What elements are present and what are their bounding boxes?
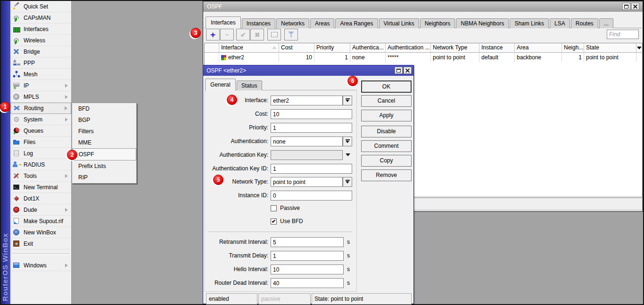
sidebar-item-ppp[interactable]: PPP xyxy=(10,57,71,69)
sidebar-item-routing[interactable]: Routing xyxy=(10,103,71,114)
tab-areas[interactable]: Areas xyxy=(310,18,334,28)
submenu-item-mme[interactable]: MME xyxy=(72,137,136,148)
column-header-priority[interactable]: Priority xyxy=(314,43,350,53)
disable-button[interactable]: ✖ xyxy=(250,29,264,40)
authentication-key-expand-arrow-icon[interactable] xyxy=(346,153,350,156)
retransmit-interval-field[interactable] xyxy=(271,237,344,247)
tab-nbma-neighbors[interactable]: NBMA Neighbors xyxy=(456,18,509,28)
sidebar-item-make-supout[interactable]: Make Supout.rif xyxy=(10,216,71,227)
tab-virtual-links[interactable]: Virtual Links xyxy=(379,18,419,28)
sidebar-item-dude[interactable]: Dude xyxy=(10,204,71,216)
interface-dropdown-button[interactable] xyxy=(343,96,352,105)
tab-networks[interactable]: Networks xyxy=(276,18,309,28)
column-chooser-button[interactable] xyxy=(636,43,642,53)
submenu-item-bgp[interactable]: BGP xyxy=(72,114,136,126)
sidebar-item-wireless[interactable]: Wireless xyxy=(10,35,71,46)
column-header-cost[interactable]: Cost xyxy=(279,43,314,53)
column-header-icon[interactable] xyxy=(205,43,219,53)
sidebar-item-quick-set[interactable]: Quick Set xyxy=(10,1,71,12)
cancel-button[interactable]: Cancel xyxy=(361,95,412,107)
ospf-window-titlebar[interactable]: OSPF xyxy=(203,1,643,12)
dialog-close-button[interactable] xyxy=(404,67,412,74)
sidebar-item-new-terminal[interactable]: New Terminal xyxy=(10,182,71,193)
dialog-maximize-button[interactable] xyxy=(395,67,403,74)
submenu-item-prefix-lists[interactable]: Prefix Lists xyxy=(72,161,136,172)
sidebar-item-new-winbox[interactable]: New WinBox xyxy=(10,227,71,238)
sidebar-item-files[interactable]: Files xyxy=(10,136,71,148)
tab-neighbors[interactable]: Neighbors xyxy=(420,18,455,28)
find-input[interactable] xyxy=(607,30,639,39)
ok-button[interactable]: OK xyxy=(361,80,412,93)
hello-interval-field[interactable] xyxy=(271,265,344,274)
column-header-area[interactable]: Area xyxy=(515,43,562,53)
files-folder-icon xyxy=(13,138,20,146)
tab-routes[interactable]: Routes xyxy=(571,18,598,28)
authentication-dropdown-button[interactable] xyxy=(343,136,352,146)
sidebar-item-windows[interactable]: Windows xyxy=(10,260,71,271)
sidebar-item-label: PPP xyxy=(24,60,35,66)
router-dead-interval-field[interactable] xyxy=(271,278,344,288)
passive-checkbox-label: Passive xyxy=(280,205,300,211)
column-header-authentication-key[interactable]: Authentication ... xyxy=(386,43,431,53)
remove-button[interactable]: Remove xyxy=(361,169,412,181)
comment-button[interactable] xyxy=(267,29,281,40)
sidebar-item-bridge[interactable]: Bridge xyxy=(10,46,71,57)
dialog-titlebar[interactable]: OSPF <ether2> xyxy=(203,65,413,76)
sidebar-item-queues[interactable]: Queues xyxy=(10,125,71,136)
column-header-neighbors[interactable]: Neigh... xyxy=(562,43,584,53)
sidebar-item-ip[interactable]: IP xyxy=(10,80,71,91)
submenu-item-ospf[interactable]: OSPF xyxy=(72,148,136,161)
sidebar-item-interfaces[interactable]: Interfaces xyxy=(10,24,71,35)
tab-more[interactable]: ... xyxy=(599,18,613,28)
comment-button[interactable]: Comment xyxy=(361,140,412,152)
tab-instances[interactable]: Instances xyxy=(242,18,275,28)
sidebar-item-capsman[interactable]: CAPsMAN xyxy=(10,12,71,24)
submenu-arrow-icon xyxy=(65,95,68,99)
submenu-arrow-icon xyxy=(65,174,68,178)
column-header-state[interactable]: State xyxy=(584,43,636,53)
sidebar-item-dot1x[interactable]: Dot1X xyxy=(10,193,71,204)
column-header-instance[interactable]: Instance xyxy=(479,43,515,53)
submenu-item-filters[interactable]: Filters xyxy=(72,126,136,137)
copy-button[interactable]: Copy xyxy=(361,155,412,167)
network-type-field[interactable] xyxy=(271,177,343,187)
cost-field[interactable] xyxy=(271,109,352,119)
add-button[interactable]: + xyxy=(206,29,220,40)
sidebar-item-system[interactable]: System xyxy=(10,114,71,125)
disable-button[interactable]: Disable xyxy=(361,126,412,137)
priority-field[interactable] xyxy=(271,123,352,133)
maximize-button[interactable] xyxy=(622,3,630,10)
sidebar-item-tools[interactable]: Tools xyxy=(10,170,71,182)
interface-field[interactable] xyxy=(271,96,343,105)
transmit-delay-field[interactable] xyxy=(271,251,344,261)
tab-area-ranges[interactable]: Area Ranges xyxy=(335,18,378,28)
table-row[interactable]: ether2 10 1 none ***** point to point de… xyxy=(205,53,642,62)
transmit-delay-label: Transmit Delay: xyxy=(206,251,268,261)
authentication-field[interactable] xyxy=(271,136,343,146)
remove-button[interactable]: − xyxy=(220,29,234,40)
submenu-item-rip[interactable]: RIP xyxy=(72,172,136,183)
tab-lsa[interactable]: LSA xyxy=(550,18,570,28)
submenu-item-bfd[interactable]: BFD xyxy=(72,103,136,114)
sidebar-item-exit[interactable]: Exit xyxy=(10,238,71,249)
column-header-network-type[interactable]: Network Type xyxy=(431,43,479,53)
close-button[interactable] xyxy=(631,3,639,10)
column-header-interface[interactable]: Interface xyxy=(219,43,279,53)
tab-sham-links[interactable]: Sham Links xyxy=(510,18,549,28)
tab-general[interactable]: General xyxy=(205,79,236,90)
tab-status[interactable]: Status xyxy=(237,80,262,90)
sidebar-item-log[interactable]: Log xyxy=(10,148,71,159)
authentication-key-id-field[interactable] xyxy=(271,164,352,174)
network-type-dropdown-button[interactable] xyxy=(343,177,352,187)
sidebar-item-mesh[interactable]: Mesh xyxy=(10,69,71,80)
sidebar-item-mpls[interactable]: MPLS xyxy=(10,91,71,103)
instance-id-field[interactable] xyxy=(271,191,352,201)
column-header-authentication[interactable]: Authentica... xyxy=(350,43,386,53)
filter-button[interactable] xyxy=(284,29,298,40)
passive-checkbox[interactable] xyxy=(271,205,277,211)
tab-interfaces[interactable]: Interfaces xyxy=(206,16,241,28)
sidebar-item-radius[interactable]: RADIUS xyxy=(10,159,71,170)
enable-button[interactable]: ✔ xyxy=(236,29,250,40)
use-bfd-checkbox[interactable]: ✔ xyxy=(271,218,277,225)
apply-button[interactable]: Apply xyxy=(361,110,412,121)
